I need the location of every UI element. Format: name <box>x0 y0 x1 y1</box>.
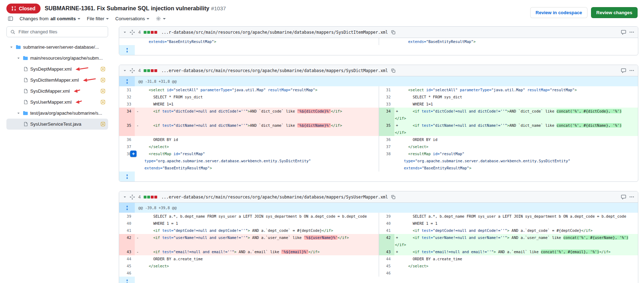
diff-marker <box>395 213 399 220</box>
tree-folder-test-java-org-apache-submarine-s[interactable]: test/java/org/apache/submarine/s... <box>6 108 108 119</box>
line-number[interactable]: 32 <box>379 93 394 100</box>
diff-marker <box>135 100 140 108</box>
line-number[interactable]: 35 <box>379 122 394 136</box>
collapse-chevron-icon[interactable] <box>123 69 127 73</box>
line-number[interactable]: 43 <box>119 248 135 255</box>
drag-handle-icon[interactable] <box>130 30 135 35</box>
line-number[interactable]: 36 <box>119 136 135 143</box>
line-number[interactable]: 44 <box>119 255 135 262</box>
chevron-down-icon <box>163 18 166 20</box>
diff-body: @@ -39,8 +39,8 @@39 SELECT a.*, b.dept_n… <box>119 203 638 283</box>
tree-item-label: main/resources/org/apache/subm... <box>30 55 103 61</box>
comment-icon[interactable] <box>621 68 626 73</box>
copy-path-icon[interactable] <box>391 30 396 35</box>
line-number[interactable]: 34 <box>379 108 394 122</box>
line-number[interactable]: 33 <box>379 100 394 108</box>
line-number[interactable] <box>119 38 135 45</box>
chevron-down-icon[interactable] <box>9 45 14 49</box>
tree-folder-main-resources-org-apache-subm[interactable]: main/resources/org/apache/subm... <box>6 53 108 64</box>
tree-folder-submarine-server-server-database[interactable]: submarine-server/server-database/... <box>6 42 108 53</box>
annotation-arrow-icon <box>75 67 89 71</box>
line-number[interactable]: 40 <box>379 220 394 227</box>
expand-diff-button[interactable] <box>119 277 135 283</box>
line-number[interactable]: 44 <box>379 255 394 262</box>
code-line: - <if test="dictName!=null and dictName!… <box>135 122 379 136</box>
drag-handle-icon[interactable] <box>130 68 135 73</box>
folder-icon <box>23 56 28 60</box>
diff-marker <box>135 227 140 234</box>
line-number[interactable] <box>379 38 394 45</box>
copy-path-icon[interactable] <box>391 195 396 200</box>
review-in-codespace-button[interactable]: Review in codespace <box>530 7 587 18</box>
code-line: WHERE 1 = 1 <box>394 220 638 227</box>
conversations-dropdown[interactable]: Conversations <box>115 16 149 21</box>
diff-marker <box>395 262 399 270</box>
code-line: WHERE 1 = 1 <box>135 220 379 227</box>
add-line-comment-button[interactable]: + <box>130 151 137 157</box>
diff-file-path: ...erver-database/src/main/resources/org… <box>161 195 388 200</box>
expand-diff-button[interactable] <box>119 172 135 181</box>
tree-file-sysdeptmapper-xml[interactable]: SysDeptMapper.xml <box>6 64 108 75</box>
diff-stat-block-add <box>147 69 150 72</box>
tree-file-sysdictitemmapper-xml[interactable]: SysDictItemMapper.xml <box>6 75 108 86</box>
tree-item-label: SysUserMapper.xml <box>30 99 71 105</box>
kebab-menu-icon[interactable] <box>629 29 634 35</box>
line-number[interactable]: 41 <box>379 227 394 234</box>
diff-marker <box>395 38 399 45</box>
line-number[interactable]: 45 <box>379 262 394 270</box>
copy-path-icon[interactable] <box>391 68 396 73</box>
comment-icon[interactable] <box>621 29 626 35</box>
tree-file-sysusermapper-xml[interactable]: SysUserMapper.xml <box>6 97 108 108</box>
diff-marker <box>395 86 399 93</box>
line-number[interactable]: 38 <box>379 150 394 172</box>
expand-hunk-button[interactable] <box>119 203 135 213</box>
changes-from-dropdown[interactable]: Changes from all commits <box>20 16 80 21</box>
code-line: - <if test="dictCode!=null and dictCode!… <box>135 108 379 122</box>
kebab-menu-icon[interactable] <box>629 194 634 200</box>
drag-handle-icon[interactable] <box>130 195 135 200</box>
diff-marker <box>395 150 399 157</box>
modified-status-icon <box>101 78 105 82</box>
line-number[interactable]: 46 <box>379 270 394 277</box>
line-number[interactable]: 39 <box>379 213 394 220</box>
review-changes-button[interactable]: Review changes <box>591 7 638 18</box>
line-number[interactable]: 35 <box>119 122 135 136</box>
line-number[interactable]: 37 <box>119 143 135 150</box>
diff-stat-block-del <box>151 69 154 72</box>
annotation-arrow-icon <box>75 100 82 104</box>
line-number[interactable]: 41 <box>119 227 135 234</box>
filter-changed-files-input[interactable] <box>18 29 104 35</box>
tree-file-sysdictmapper-xml[interactable]: SysDictMapper.xml <box>6 86 108 97</box>
changes-from-value: all commits <box>50 16 76 21</box>
line-number[interactable]: 32 <box>119 93 135 100</box>
expand-hunk-button[interactable] <box>119 76 135 86</box>
line-number[interactable]: 45 <box>119 262 135 270</box>
collapse-chevron-icon[interactable] <box>123 195 127 199</box>
chevron-down-icon[interactable] <box>16 56 21 60</box>
line-number[interactable]: 39 <box>119 213 135 220</box>
diff-marker <box>135 86 140 93</box>
expand-diff-button[interactable] <box>119 45 135 55</box>
line-number[interactable]: 42 <box>119 234 135 248</box>
line-number[interactable]: 31 <box>119 86 135 93</box>
line-number[interactable]: 40 <box>119 220 135 227</box>
line-number[interactable]: 36 <box>379 136 394 143</box>
line-number[interactable]: 46 <box>119 270 135 277</box>
diff-settings-dropdown[interactable] <box>156 16 166 21</box>
kebab-menu-icon[interactable] <box>629 68 634 73</box>
line-number[interactable]: 33 <box>119 100 135 108</box>
diff-line-row: 31 <select id="selectAll" parameterType=… <box>119 86 638 93</box>
chevron-down-icon[interactable] <box>16 111 21 115</box>
modified-status-icon <box>101 100 105 104</box>
comment-icon[interactable] <box>621 194 626 200</box>
collapse-chevron-icon[interactable] <box>123 30 127 34</box>
line-number[interactable]: 37 <box>379 143 394 150</box>
line-number[interactable]: 31 <box>379 86 394 93</box>
conversations-label: Conversations <box>115 16 145 21</box>
sidebar-layout-icon[interactable] <box>8 16 13 21</box>
line-number[interactable]: 34 <box>119 108 135 122</box>
line-number[interactable]: 42 <box>379 234 394 248</box>
tree-file-sysuserservicetest-java[interactable]: SysUserServiceTest.java <box>6 119 108 130</box>
line-number[interactable]: 43 <box>379 248 394 255</box>
file-filter-dropdown[interactable]: File filter <box>87 16 109 21</box>
